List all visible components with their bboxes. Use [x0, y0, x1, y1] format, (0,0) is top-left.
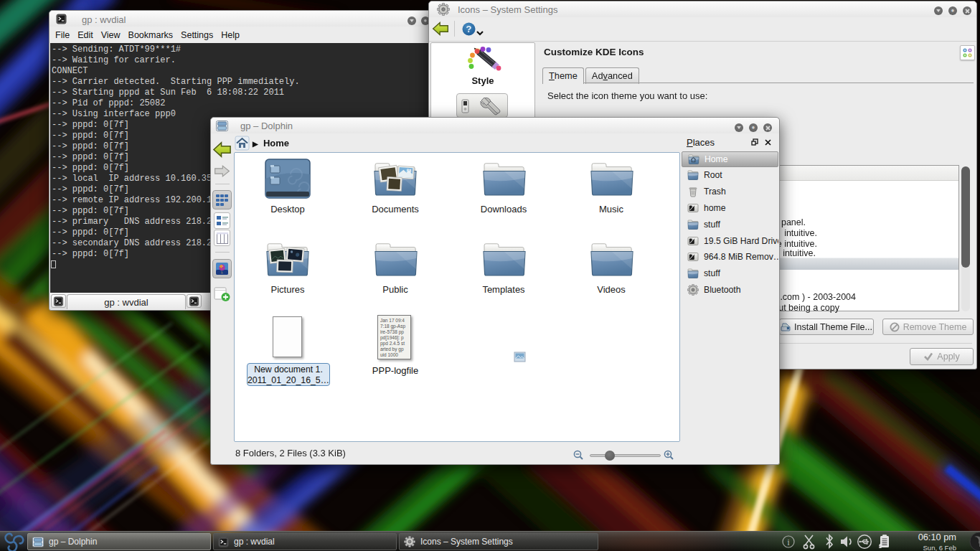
svg-text:88: 88 — [406, 169, 412, 173]
svg-text:i: i — [787, 537, 790, 547]
svg-text:?: ? — [466, 24, 472, 34]
